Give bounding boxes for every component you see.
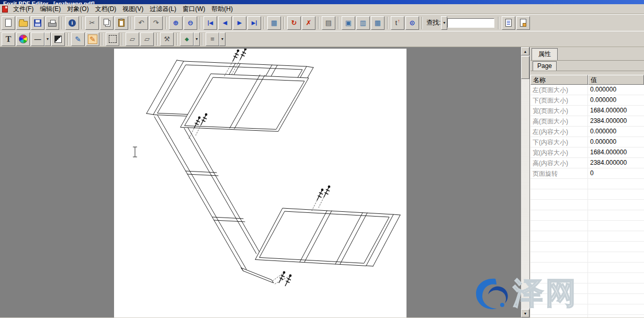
menu-view[interactable]: 视图(V) — [119, 4, 146, 14]
transform-scale-button[interactable]: ▱ — [126, 32, 139, 46]
column-header-name[interactable]: 名称 — [530, 75, 588, 85]
property-value[interactable]: 0.000000 — [588, 95, 644, 105]
text-export-button[interactable]: t ↑ — [391, 16, 404, 30]
properties-tab[interactable]: 属性 — [532, 48, 558, 60]
tools-button[interactable]: ⚒ — [160, 32, 174, 46]
edit-object-button[interactable]: ✎ — [86, 32, 99, 46]
document-page[interactable] — [114, 49, 406, 317]
property-value[interactable]: 0.000000 — [588, 85, 644, 95]
property-row[interactable]: 下(页面大小) 0.000000 — [530, 95, 644, 106]
node-edit-dropdown[interactable]: ▾ — [194, 32, 200, 46]
property-value[interactable]: 2384.000000 — [588, 158, 644, 168]
find-options-dropdown[interactable]: ▾ — [441, 16, 447, 30]
last-page-button[interactable]: ▶| — [247, 16, 261, 30]
find-input[interactable] — [447, 18, 494, 28]
property-value[interactable]: 1684.000000 — [588, 147, 644, 157]
node-icon: ◆ — [185, 36, 189, 42]
next-page-icon: ▶ — [238, 19, 242, 26]
zoom-in-button[interactable]: ⊕ — [169, 16, 183, 30]
menu-object[interactable]: 对象(O) — [64, 4, 92, 14]
cut-button[interactable]: ✂ — [85, 16, 99, 30]
copy-icon — [104, 19, 109, 25]
property-row[interactable]: 高(内容大小) 2384.000000 — [530, 158, 644, 168]
paste-button[interactable] — [115, 16, 128, 30]
hex-view-button[interactable]: ▤ — [322, 16, 335, 30]
align-button[interactable]: ≡ — [206, 32, 219, 46]
scroll-down-button[interactable]: ▼ — [521, 309, 529, 317]
property-row[interactable]: 下(内容大小) 0.000000 — [530, 137, 644, 147]
printer-icon — [48, 22, 57, 27]
zoom-out-button[interactable]: ⊖ — [184, 16, 197, 30]
property-row[interactable]: 页面旋转 0 — [530, 168, 644, 179]
four-page-view-icon: ▦ — [375, 19, 381, 27]
two-page-view-icon: ▥ — [360, 19, 366, 27]
panel-tab-row: Page — [530, 61, 644, 71]
rotate-page-button[interactable]: ↻ — [287, 16, 301, 30]
target-button[interactable]: ⊙ — [405, 16, 419, 30]
transform-skew-button[interactable]: ▱ — [140, 32, 154, 46]
scroll-up-button[interactable]: ▲ — [521, 47, 529, 55]
property-value[interactable]: 0.000000 — [588, 137, 644, 147]
line-icon: — — [35, 35, 41, 43]
property-row[interactable]: 宽(内容大小) 1684.000000 — [530, 147, 644, 158]
column-header-value[interactable]: 值 — [588, 75, 644, 85]
property-row[interactable]: 高(页面大小) 2384.000000 — [530, 116, 644, 127]
four-page-view-button[interactable]: ▦ — [371, 16, 385, 30]
select-area-button[interactable] — [106, 32, 119, 46]
previous-page-button[interactable]: ◀ — [218, 16, 232, 30]
first-page-button[interactable]: |◀ — [204, 16, 217, 30]
scrollbar-thumb[interactable] — [521, 56, 529, 79]
page-layout-button[interactable]: ▦ — [267, 16, 281, 30]
selection-marquee-icon — [109, 35, 117, 43]
edit-text-button[interactable]: ✎ — [71, 32, 85, 46]
copy-button[interactable] — [100, 16, 114, 30]
page-preview-button[interactable]: ▣ — [342, 16, 355, 30]
menu-window[interactable]: 窗口(W) — [179, 4, 208, 14]
property-value[interactable]: 0.000000 — [588, 127, 644, 137]
node-edit-button[interactable]: ◆ — [180, 32, 194, 46]
parallelogram-icon: ▱ — [144, 35, 150, 43]
next-page-button[interactable]: ▶ — [233, 16, 246, 30]
line-style-dropdown[interactable]: ▾ — [44, 32, 51, 46]
line-style-button[interactable]: — — [31, 32, 44, 46]
view-source-button[interactable] — [502, 16, 515, 30]
property-name: 宽(页面大小) — [530, 106, 588, 116]
page-tab[interactable]: Page — [533, 61, 557, 71]
property-row[interactable]: 左(内容大小) 0.000000 — [530, 127, 644, 137]
color-picker-button[interactable] — [16, 32, 30, 46]
extract-page-icon — [520, 19, 526, 27]
menu-filter[interactable]: 过滤器(L) — [146, 4, 179, 14]
text-cursor-mark — [133, 147, 137, 157]
fill-style-button[interactable] — [51, 32, 65, 46]
text-tool-icon: T — [6, 35, 12, 44]
property-row[interactable]: 宽(页面大小) 1684.000000 — [530, 106, 644, 116]
property-name: 页面旋转 — [530, 168, 588, 178]
text-tool-button[interactable]: T — [2, 32, 15, 46]
menu-edit[interactable]: 编辑(E) — [37, 4, 64, 14]
chevron-down-icon: ▾ — [221, 37, 223, 41]
align-dropdown[interactable]: ▾ — [219, 32, 225, 46]
vertical-scrollbar[interactable]: ▲ ▼ — [521, 47, 529, 317]
print-button[interactable] — [46, 16, 59, 30]
new-document-button[interactable] — [2, 16, 15, 30]
save-button[interactable] — [31, 16, 44, 30]
delete-page-button[interactable]: ✗ — [302, 16, 315, 30]
property-value[interactable]: 1684.000000 — [588, 106, 644, 116]
scroll-up-icon: ▲ — [524, 50, 527, 53]
info-icon: i — [69, 19, 76, 27]
menu-document[interactable]: 文档(D) — [92, 4, 120, 14]
chevron-down-icon: ▾ — [443, 20, 445, 25]
two-page-view-button[interactable]: ▥ — [356, 16, 370, 30]
property-value[interactable]: 0 — [588, 168, 644, 178]
extract-page-button[interactable] — [516, 16, 530, 30]
paste-clipboard-icon — [118, 19, 125, 27]
property-value[interactable]: 2384.000000 — [588, 116, 644, 126]
menu-file[interactable]: 文件(F) — [10, 4, 37, 14]
redo-button[interactable]: ↷ — [149, 16, 163, 30]
undo-button[interactable]: ↶ — [134, 16, 148, 30]
document-info-button[interactable]: i — [65, 16, 79, 30]
empty-grid-rows — [530, 179, 644, 317]
property-row[interactable]: 左(页面大小) 0.000000 — [530, 85, 644, 95]
menu-help[interactable]: 帮助(H) — [208, 4, 236, 14]
open-file-button[interactable] — [16, 16, 30, 30]
